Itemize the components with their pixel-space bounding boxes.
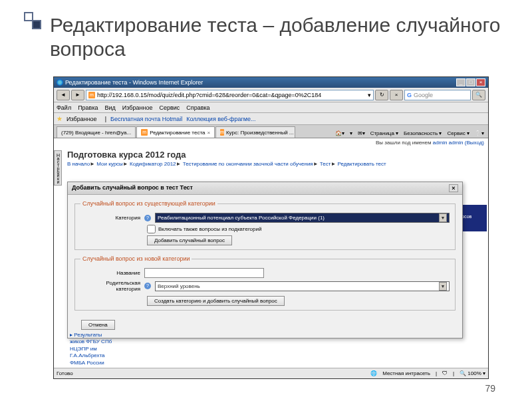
- back-button[interactable]: ◄: [57, 90, 70, 100]
- url-text: http://192.168.0.15/mod/quiz/edit.php?cm…: [97, 92, 366, 98]
- menu-edit[interactable]: Правка: [78, 104, 98, 111]
- user-link[interactable]: admin admin: [433, 140, 464, 146]
- maximize-button[interactable]: □: [466, 78, 475, 86]
- tab-label: (729) Входящие - hren@ya...: [61, 130, 131, 136]
- protected-mode-icon: 🛡: [442, 370, 448, 376]
- link-results[interactable]: ▸ Результаты: [70, 332, 112, 338]
- category-select[interactable]: Реабилитационный потенциал субъекта Росс…: [155, 213, 450, 223]
- section-legend: Случайный вопрос из существующей категор…: [80, 200, 217, 207]
- login-info: Вы зашли под именем admin admin (Выход): [54, 138, 488, 147]
- crumb-my[interactable]: Мои курсы: [96, 161, 123, 167]
- parent-category-select[interactable]: Верхний уровень ▼: [155, 281, 450, 291]
- favorites-bar: ★ Избранное | Бесплатная почта Hotmail К…: [54, 113, 488, 125]
- breadcrumb: В начало► Мои курсы► Кодификатор 2012► Т…: [67, 160, 483, 168]
- search-placeholder: Google: [414, 92, 433, 98]
- menu-help[interactable]: Справка: [186, 104, 209, 111]
- minimize-button[interactable]: _: [456, 78, 466, 86]
- dialog-title: Добавить случайный вопрос в тест Тест: [72, 184, 193, 192]
- tab-inbox[interactable]: (729) Входящие - hren@ya...: [57, 126, 136, 138]
- dialog-close-button[interactable]: ×: [449, 184, 458, 192]
- category-label: Категория: [80, 215, 140, 221]
- help-icon[interactable]: ❔▾: [475, 130, 484, 136]
- section-legend: Случайный вопрос из новой категории: [80, 255, 192, 262]
- crumb-home[interactable]: В начало: [67, 161, 90, 167]
- window-title: Редактирование теста - Windows Internet …: [65, 79, 203, 86]
- menu-favorites[interactable]: Избранное: [122, 104, 153, 111]
- url-input[interactable]: m http://192.168.0.15/mod/quiz/edit.php?…: [86, 90, 374, 100]
- favorites-star-icon[interactable]: ★: [57, 115, 63, 122]
- forward-button[interactable]: ►: [71, 90, 84, 100]
- tab-edit-test[interactable]: m Редактирование теста ×: [136, 126, 215, 138]
- name-label: Название: [80, 270, 140, 276]
- slide-page-number: 79: [485, 383, 495, 394]
- status-ready: Готово: [57, 370, 73, 376]
- course-title: Подготовка курса 2012 года: [67, 150, 483, 160]
- tab-label: Редактирование теста: [150, 130, 205, 136]
- mail-icon[interactable]: ✉▾: [358, 130, 365, 136]
- add-random-question-dialog: Добавить случайный вопрос в тест Тест × …: [67, 182, 463, 338]
- new-category-section: Случайный вопрос из новой категории Назв…: [74, 255, 456, 311]
- login-text: Вы зашли под именем: [376, 140, 433, 146]
- address-bar: ◄ ► m http://192.168.0.15/mod/quiz/edit.…: [54, 88, 488, 102]
- help-icon[interactable]: ?: [144, 215, 151, 221]
- crumb-edit[interactable]: Редактировать тест: [338, 161, 386, 167]
- refresh-button[interactable]: ↻: [375, 90, 388, 100]
- category-value: Реабилитационный потенциал субъекта Росс…: [158, 215, 325, 221]
- close-window-button[interactable]: ×: [476, 78, 485, 86]
- help-icon[interactable]: ?: [144, 283, 151, 289]
- menu-bar: Файл Правка Вид Избранное Сервис Справка: [54, 102, 488, 113]
- org-line: ФМБА России: [70, 360, 112, 366]
- include-subcats-checkbox[interactable]: [147, 225, 156, 233]
- chevron-down-icon: ▼: [439, 213, 447, 222]
- parent-value: Верхний уровень: [158, 283, 200, 289]
- page-menu[interactable]: Страница ▾: [370, 130, 398, 136]
- cancel-button[interactable]: Отмена: [81, 320, 115, 330]
- create-category-button[interactable]: Создать категорию и добавить случайный в…: [147, 296, 285, 306]
- service-menu[interactable]: Сервис ▾: [447, 130, 469, 136]
- search-input[interactable]: G Google: [404, 90, 471, 100]
- menu-file[interactable]: Файл: [57, 104, 71, 111]
- security-menu[interactable]: Безопасность ▾: [404, 130, 442, 136]
- favorites-label[interactable]: Избранное: [66, 116, 97, 122]
- slide-decoration: [32, 20, 41, 29]
- globe-icon: 🌐: [370, 370, 377, 376]
- org-line: жиков ФГБУ СПб: [70, 338, 112, 345]
- sidebar-settings-tab[interactable]: Настройки: [54, 150, 62, 186]
- tab-course[interactable]: m Курс: Произведственный ...: [215, 126, 295, 138]
- ie-icon: [57, 79, 63, 86]
- crumb-cod[interactable]: Кодификатор 2012: [130, 161, 176, 167]
- slide-title: Редактирование теста – добавление случай…: [50, 13, 502, 61]
- window-titlebar: Редактирование теста - Windows Internet …: [54, 77, 488, 88]
- page-content: Вы зашли под именем admin admin (Выход) …: [54, 138, 488, 368]
- search-button[interactable]: 🔍: [472, 90, 485, 100]
- zoom-label[interactable]: 🔍 100% ▾: [460, 370, 485, 376]
- menu-view[interactable]: Вид: [105, 104, 116, 111]
- dropdown-icon[interactable]: ▾: [368, 92, 371, 98]
- close-tab-icon[interactable]: ×: [207, 130, 210, 136]
- home-icon[interactable]: 🏠▾: [335, 130, 344, 136]
- org-line: Г.А.Альбрехта: [70, 352, 112, 359]
- subcats-label: Включать также вопросы из подкатегорий: [158, 226, 261, 232]
- feed-icon[interactable]: ▾: [350, 130, 352, 136]
- tab-label: Курс: Произведственный ...: [226, 130, 294, 136]
- org-line: НЦЭПР им: [70, 346, 112, 352]
- stop-button[interactable]: ×: [390, 90, 403, 100]
- gallery-link[interactable]: Коллекция веб-фрагме...: [186, 116, 255, 122]
- zone-label: Местная интрасеть: [382, 370, 430, 376]
- site-favicon: m: [220, 129, 224, 136]
- site-favicon: m: [88, 92, 95, 98]
- crumb-testing[interactable]: Тестирование по окончании заочной части …: [183, 161, 313, 167]
- tab-bar: (729) Входящие - hren@ya... m Редактиров…: [54, 125, 488, 138]
- status-bar: Готово 🌐 Местная интрасеть | 🛡 | 🔍 100% …: [54, 368, 488, 378]
- google-icon: G: [407, 92, 412, 98]
- add-random-button[interactable]: Добавить случайный вопрос: [147, 235, 232, 245]
- sidebar-links: ▸ Результаты жиков ФГБУ СПб НЦЭПР им Г.А…: [70, 332, 112, 366]
- menu-tools[interactable]: Сервис: [159, 104, 180, 111]
- name-input[interactable]: [144, 268, 264, 278]
- site-favicon: m: [141, 129, 148, 136]
- hotmail-link[interactable]: Бесплатная почта Hotmail: [110, 116, 182, 122]
- crumb-test[interactable]: Тест: [320, 161, 331, 167]
- browser-window: Редактирование теста - Windows Internet …: [53, 76, 489, 379]
- logout-link[interactable]: (Выход): [465, 140, 484, 146]
- existing-category-section: Случайный вопрос из существующей категор…: [74, 200, 456, 250]
